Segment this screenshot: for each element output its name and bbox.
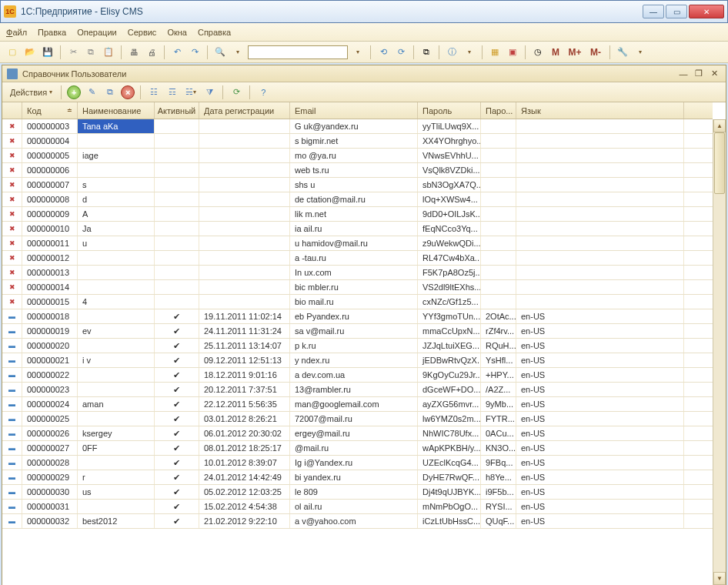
vertical-scrollbar[interactable]: ▲ ▼: [713, 119, 726, 585]
col-lang[interactable]: Язык: [516, 102, 684, 119]
table-row[interactable]: ▬000000018✔19.11.2011 11:02:14eb Pyandex…: [2, 309, 713, 324]
cut-icon[interactable]: ✂: [65, 45, 81, 60]
table-row[interactable]: ✖000000013In ux.comF5K7pA8Oz5j...: [2, 266, 713, 280]
table-row[interactable]: ✖000000009Alik m.net9dD0+OILJsK...: [2, 207, 713, 222]
add-button[interactable]: +: [67, 85, 81, 99]
open-icon[interactable]: 📂: [22, 45, 38, 60]
info-icon[interactable]: ⓘ: [444, 45, 459, 60]
sub-restore-button[interactable]: ❐: [692, 68, 706, 80]
sub-minimize-button[interactable]: —: [676, 68, 690, 80]
col-code[interactable]: Код≐: [22, 102, 78, 119]
help-icon[interactable]: ?: [255, 85, 271, 100]
sub-close-button[interactable]: ✕: [707, 68, 721, 80]
table-row[interactable]: ✖000000004 s bigmir.netXX4YOhrghyo...: [2, 134, 713, 149]
table-row[interactable]: ▬000000027 0FF✔08.01.2012 18:25:17 @mail…: [2, 441, 713, 456]
clock-icon[interactable]: ◷: [530, 45, 546, 60]
col-email[interactable]: Email: [290, 102, 418, 119]
maximize-button[interactable]: ▭: [666, 5, 687, 18]
search-icon[interactable]: 🔍: [212, 45, 228, 60]
table-row[interactable]: ✖000000003Tana aKaG uk@yandex.ruyyTliLUw…: [2, 119, 713, 134]
scroll-down-button[interactable]: ▼: [713, 572, 726, 585]
scroll-track[interactable]: [713, 132, 726, 572]
nav-fwd-icon[interactable]: ⟳: [393, 45, 409, 60]
menu-windows[interactable]: Окна: [167, 28, 187, 37]
table-row[interactable]: ▬000000021i v✔09.12.2011 12:51:13y ndex.…: [2, 353, 713, 368]
table-row[interactable]: ▬000000020✔25.11.2011 13:14:07p k.ruJZJq…: [2, 339, 713, 353]
col-icon[interactable]: [2, 102, 22, 119]
table-row[interactable]: ▬000000022✔18.12.2011 9:01:16a dev.com.u…: [2, 368, 713, 383]
table-row[interactable]: ✖000000005 iagemo @ya.ruVNwsEVhhU...: [2, 149, 713, 163]
table-row[interactable]: ✖000000014bic mbler.ruVS2dl9ltEXhs...: [2, 280, 713, 295]
table-row[interactable]: ✖000000015 4bio mail.rucxNZc/Gf1z5...: [2, 295, 713, 309]
table-row[interactable]: ▬000000032 best2012✔21.02.2012 9:22:10a …: [2, 514, 713, 529]
close-button[interactable]: ✕: [689, 5, 724, 18]
calculator-icon[interactable]: ▦: [487, 45, 503, 60]
table-row[interactable]: ✖000000006web ts.ruVsQlk8VZDki...: [2, 163, 713, 178]
table-row[interactable]: ✖000000008dde ctation@mail.rulOq+XWSw4..…: [2, 192, 713, 207]
calendar-icon[interactable]: ▣: [505, 45, 520, 60]
hierarchy-icon[interactable]: ☷: [146, 85, 162, 100]
col-date[interactable]: Дата регистрации: [199, 102, 290, 119]
search-combo-dropdown[interactable]: ▾: [350, 45, 366, 60]
row-icon: ✖: [2, 222, 22, 236]
new-icon[interactable]: ▢: [5, 45, 20, 60]
col-name[interactable]: Наименование: [78, 102, 155, 119]
menu-file[interactable]: ФФайлайл: [6, 28, 27, 37]
settings-dropdown[interactable]: ▾: [633, 45, 648, 60]
actions-menu[interactable]: Действия ▾: [7, 85, 55, 100]
cell-code: 000000015: [22, 295, 78, 309]
edit-icon[interactable]: ✎: [84, 85, 99, 100]
redo-icon[interactable]: ↷: [187, 45, 202, 60]
table-row[interactable]: ▬000000025✔03.01.2012 8:26:21 72007@mail…: [2, 412, 713, 426]
undo-icon[interactable]: ↶: [169, 45, 185, 60]
nav-back-icon[interactable]: ⟲: [376, 45, 391, 60]
funnel-icon[interactable]: ⧩: [202, 85, 217, 100]
memory-mplus-button[interactable]: M+: [566, 45, 584, 60]
filter2-icon[interactable]: ☵▾: [183, 85, 199, 100]
copy-icon[interactable]: ⧉: [83, 45, 99, 60]
col-password[interactable]: Пароль: [418, 102, 481, 119]
table-row[interactable]: ✖000000012a -tau.ruRL47Cw4bXa...: [2, 251, 713, 266]
scroll-up-button[interactable]: ▲: [713, 119, 726, 132]
copy2-icon[interactable]: ⧉: [419, 45, 434, 60]
table-row[interactable]: ✖000000011uu hamidov@mail.ruz9uWekwQDi..…: [2, 236, 713, 251]
save-icon[interactable]: 💾: [40, 45, 55, 60]
menu-help[interactable]: Справка: [198, 28, 231, 37]
scroll-thumb[interactable]: [714, 132, 725, 194]
table-row[interactable]: ✖000000010Jaia ail.rufEqNCco3Yq...: [2, 222, 713, 236]
col-active[interactable]: Активный: [155, 102, 199, 119]
filter-icon[interactable]: ☶: [165, 85, 180, 100]
cell-name: aman: [78, 397, 155, 411]
info-dropdown[interactable]: ▾: [462, 45, 477, 60]
paste-icon[interactable]: 📋: [101, 45, 116, 60]
delete-button[interactable]: ×: [121, 85, 135, 99]
cell-email: shs u: [290, 178, 418, 192]
table-row[interactable]: ▬000000023✔20.12.2011 7:37:51 13@rambler…: [2, 383, 713, 397]
minimize-button[interactable]: —: [643, 5, 664, 18]
table-row[interactable]: ▬000000030 us✔05.02.2012 12:03:25le 809D…: [2, 485, 713, 500]
memory-mminus-button[interactable]: M-: [586, 45, 605, 60]
grid-body[interactable]: ✖000000003Tana aKaG uk@yandex.ruyyTliLUw…: [2, 119, 713, 585]
menu-operations[interactable]: Операции: [77, 28, 116, 37]
table-row[interactable]: ▬000000026 ksergey✔06.01.2012 20:30:02 e…: [2, 426, 713, 441]
menu-edit[interactable]: Правка: [38, 28, 66, 37]
copy-row-icon[interactable]: ⧉: [102, 85, 118, 100]
memory-m-button[interactable]: M: [548, 45, 563, 60]
table-row[interactable]: ▬000000019 ev✔24.11.2011 11:31:24sa v@ma…: [2, 324, 713, 339]
cell-lang: en-US: [516, 500, 684, 513]
search-input[interactable]: [248, 45, 348, 59]
table-row[interactable]: ▬000000024 aman✔22.12.2011 5:56:35 man@g…: [2, 397, 713, 412]
print-icon[interactable]: 🖶: [126, 45, 142, 60]
search-dropdown-icon[interactable]: ▾: [230, 45, 245, 60]
col-password2[interactable]: Паро...: [481, 102, 516, 119]
refresh-icon[interactable]: ⟳: [229, 85, 244, 100]
menu-service[interactable]: Сервис: [128, 28, 157, 37]
row-icon: ▬: [2, 514, 22, 528]
print-preview-icon[interactable]: 🖨: [144, 45, 159, 60]
table-row[interactable]: ▬000000029 r✔24.01.2012 14:42:49bi yande…: [2, 470, 713, 485]
table-row[interactable]: ▬000000028✔10.01.2012 8:39:07Ig i@Yandex…: [2, 456, 713, 470]
table-row[interactable]: ▬000000031✔15.02.2012 4:54:38ol ail.rumN…: [2, 500, 713, 514]
settings-icon[interactable]: 🔧: [615, 45, 630, 60]
cell-email: bi yandex.ru: [290, 470, 418, 484]
table-row[interactable]: ✖000000007sshs usbN3OgXA7Q...: [2, 178, 713, 192]
